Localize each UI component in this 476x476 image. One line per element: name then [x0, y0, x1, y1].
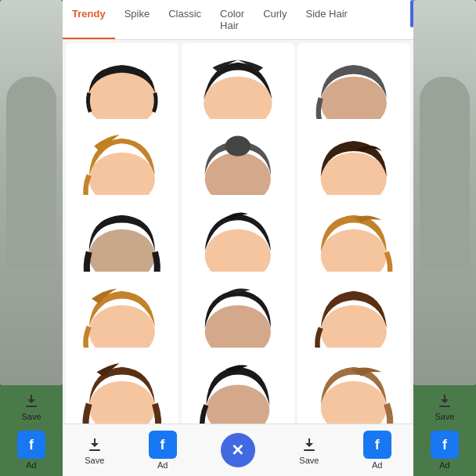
svg-rect-0 — [26, 406, 37, 407]
left-fb-button[interactable]: f — [17, 431, 45, 459]
tab-trendy[interactable]: Trendy — [63, 0, 115, 39]
tab-bar: Trendy Spike Classic ColorHair Curly Sid… — [63, 0, 413, 40]
close-button[interactable]: ✕ — [221, 433, 255, 467]
svg-rect-18 — [304, 449, 315, 451]
svg-point-16 — [321, 381, 387, 424]
download-icon-right — [300, 435, 319, 454]
bottom-bar: Save f Ad ✕ Save f Ad — [63, 424, 413, 476]
facebook-icon-left: f — [149, 431, 177, 459]
hair-style-13[interactable] — [66, 348, 178, 424]
save-button-right[interactable]: Save — [299, 435, 319, 465]
svg-point-15 — [207, 384, 270, 424]
left-save-button[interactable]: Save — [21, 391, 41, 421]
download-icon — [85, 435, 104, 454]
main-panel: Trendy Spike Classic ColorHair Curly Sid… — [63, 0, 413, 476]
save-button[interactable]: Save — [85, 435, 104, 465]
ad-label-right: Ad — [372, 460, 382, 470]
hair-grid — [63, 40, 413, 424]
right-fb-button[interactable]: f — [431, 431, 459, 459]
right-panel: Save f Ad — [413, 0, 476, 476]
left-ad-label: Ad — [26, 460, 36, 470]
tab-color-hair[interactable]: ColorHair — [211, 0, 254, 39]
svg-rect-19 — [439, 406, 450, 407]
tab-classic[interactable]: Classic — [159, 0, 211, 39]
right-ad-label: Ad — [439, 460, 449, 470]
save-label: Save — [85, 456, 104, 465]
facebook-icon-right: f — [363, 431, 391, 459]
tab-curly[interactable]: Curly — [254, 0, 296, 39]
svg-point-14 — [89, 381, 155, 424]
left-person-preview — [0, 0, 63, 385]
hair-style-14[interactable] — [182, 348, 294, 424]
ad-button-right[interactable]: f Ad — [363, 431, 391, 470]
scroll-indicator — [410, 0, 413, 27]
hair-style-15[interactable] — [298, 348, 410, 424]
tab-side-hair[interactable]: Side Hair — [296, 0, 356, 39]
ad-button-left[interactable]: f Ad — [149, 431, 177, 470]
svg-rect-17 — [89, 449, 100, 451]
left-panel: Save f Ad — [0, 0, 63, 476]
svg-point-6 — [225, 136, 251, 157]
left-save-label: Save — [21, 412, 41, 421]
right-save-button[interactable]: Save — [435, 391, 454, 421]
tab-spike[interactable]: Spike — [115, 0, 160, 39]
ad-label-left: Ad — [157, 460, 168, 470]
save-label-right: Save — [299, 456, 319, 465]
right-save-label: Save — [435, 412, 454, 421]
right-person-preview — [413, 0, 476, 385]
